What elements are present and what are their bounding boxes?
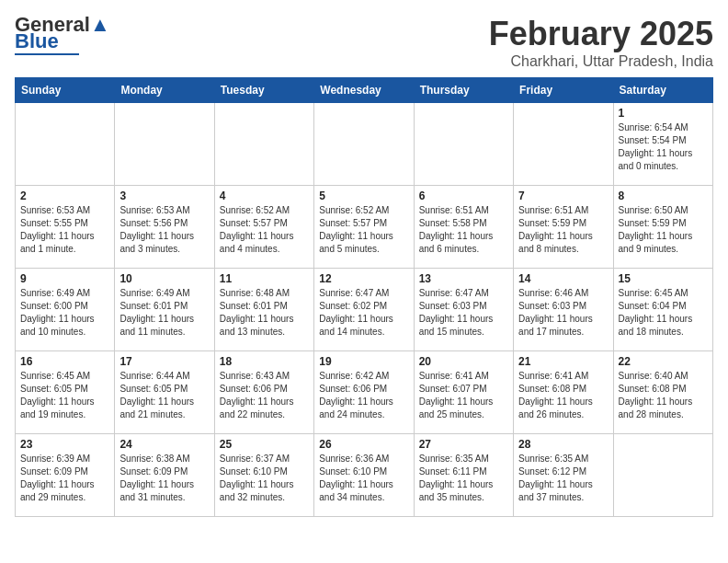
calendar-cell: 2Sunrise: 6:53 AMSunset: 5:55 PMDaylight… — [16, 186, 115, 269]
calendar-cell: 3Sunrise: 6:53 AMSunset: 5:56 PMDaylight… — [115, 186, 214, 269]
week-row-2: 2Sunrise: 6:53 AMSunset: 5:55 PMDaylight… — [16, 186, 713, 269]
week-row-4: 16Sunrise: 6:45 AMSunset: 6:05 PMDayligh… — [16, 351, 713, 434]
calendar-cell — [214, 103, 313, 186]
day-info: Sunrise: 6:49 AMSunset: 6:00 PMDaylight:… — [20, 287, 109, 339]
page-header: General▲ Blue February 2025 Charkhari, U… — [15, 15, 713, 70]
calendar-cell: 8Sunrise: 6:50 AMSunset: 5:59 PMDaylight… — [613, 186, 712, 269]
day-number: 12 — [319, 272, 408, 285]
day-info: Sunrise: 6:45 AMSunset: 6:04 PMDaylight:… — [619, 287, 708, 339]
calendar-cell: 11Sunrise: 6:48 AMSunset: 6:01 PMDayligh… — [214, 269, 313, 351]
day-info: Sunrise: 6:39 AMSunset: 6:09 PMDaylight:… — [20, 453, 109, 504]
day-info: Sunrise: 6:35 AMSunset: 6:11 PMDaylight:… — [419, 453, 508, 504]
day-number: 24 — [119, 438, 209, 451]
weekday-header-saturday: Saturday — [613, 78, 712, 103]
week-row-5: 23Sunrise: 6:39 AMSunset: 6:09 PMDayligh… — [16, 434, 713, 517]
day-number: 26 — [319, 438, 408, 451]
calendar-cell — [414, 103, 513, 186]
day-number: 22 — [619, 355, 708, 368]
day-number: 17 — [119, 355, 209, 368]
day-info: Sunrise: 6:41 AMSunset: 6:08 PMDaylight:… — [518, 370, 608, 421]
day-info: Sunrise: 6:54 AMSunset: 5:54 PMDaylight:… — [619, 121, 708, 173]
day-number: 20 — [419, 355, 508, 368]
calendar-cell: 20Sunrise: 6:41 AMSunset: 6:07 PMDayligh… — [414, 351, 513, 434]
day-number: 4 — [220, 190, 309, 202]
calendar-cell: 23Sunrise: 6:39 AMSunset: 6:09 PMDayligh… — [16, 434, 115, 517]
day-number: 19 — [319, 355, 408, 368]
weekday-header-wednesday: Wednesday — [314, 78, 414, 103]
calendar-cell: 1Sunrise: 6:54 AMSunset: 5:54 PMDaylight… — [613, 103, 712, 186]
title-area: February 2025 Charkhari, Uttar Pradesh, … — [489, 15, 713, 70]
day-info: Sunrise: 6:46 AMSunset: 6:03 PMDaylight:… — [518, 287, 608, 339]
calendar-cell: 24Sunrise: 6:38 AMSunset: 6:09 PMDayligh… — [115, 434, 214, 517]
day-info: Sunrise: 6:44 AMSunset: 6:05 PMDaylight:… — [119, 370, 209, 421]
calendar-cell: 16Sunrise: 6:45 AMSunset: 6:05 PMDayligh… — [16, 351, 115, 434]
calendar-cell: 10Sunrise: 6:49 AMSunset: 6:01 PMDayligh… — [115, 269, 214, 351]
weekday-header-row: SundayMondayTuesdayWednesdayThursdayFrid… — [16, 78, 713, 103]
calendar-cell — [115, 103, 214, 186]
day-number: 2 — [20, 190, 109, 202]
day-number: 23 — [20, 438, 109, 451]
day-number: 9 — [20, 272, 109, 285]
day-number: 10 — [119, 272, 209, 285]
calendar-cell — [314, 103, 414, 186]
calendar-cell: 4Sunrise: 6:52 AMSunset: 5:57 PMDaylight… — [214, 186, 313, 269]
logo: General▲ Blue — [15, 15, 110, 55]
day-number: 5 — [319, 190, 408, 202]
calendar-cell: 6Sunrise: 6:51 AMSunset: 5:58 PMDaylight… — [414, 186, 513, 269]
calendar-cell: 18Sunrise: 6:43 AMSunset: 6:06 PMDayligh… — [214, 351, 313, 434]
location: Charkhari, Uttar Pradesh, India — [489, 53, 713, 70]
calendar-cell: 17Sunrise: 6:44 AMSunset: 6:05 PMDayligh… — [115, 351, 214, 434]
day-number: 28 — [518, 438, 608, 451]
day-info: Sunrise: 6:49 AMSunset: 6:01 PMDaylight:… — [119, 287, 209, 339]
logo-blue-text: Blue — [15, 31, 59, 52]
weekday-header-tuesday: Tuesday — [214, 78, 313, 103]
calendar-cell: 25Sunrise: 6:37 AMSunset: 6:10 PMDayligh… — [214, 434, 313, 517]
day-info: Sunrise: 6:38 AMSunset: 6:09 PMDaylight:… — [119, 453, 209, 504]
day-number: 11 — [220, 272, 309, 285]
calendar-cell: 9Sunrise: 6:49 AMSunset: 6:00 PMDaylight… — [16, 269, 115, 351]
day-info: Sunrise: 6:43 AMSunset: 6:06 PMDaylight:… — [220, 370, 309, 421]
day-info: Sunrise: 6:47 AMSunset: 6:02 PMDaylight:… — [319, 287, 408, 339]
day-number: 7 — [518, 190, 608, 202]
day-info: Sunrise: 6:51 AMSunset: 5:58 PMDaylight:… — [419, 204, 508, 256]
day-info: Sunrise: 6:53 AMSunset: 5:55 PMDaylight:… — [20, 204, 109, 256]
calendar-cell: 19Sunrise: 6:42 AMSunset: 6:06 PMDayligh… — [314, 351, 414, 434]
calendar-cell: 22Sunrise: 6:40 AMSunset: 6:08 PMDayligh… — [613, 351, 712, 434]
day-info: Sunrise: 6:53 AMSunset: 5:56 PMDaylight:… — [119, 204, 209, 256]
day-info: Sunrise: 6:48 AMSunset: 6:01 PMDaylight:… — [220, 287, 309, 339]
weekday-header-thursday: Thursday — [414, 78, 513, 103]
day-number: 6 — [419, 190, 508, 202]
day-info: Sunrise: 6:52 AMSunset: 5:57 PMDaylight:… — [220, 204, 309, 256]
week-row-3: 9Sunrise: 6:49 AMSunset: 6:00 PMDaylight… — [16, 269, 713, 351]
day-number: 14 — [518, 272, 608, 285]
day-number: 25 — [220, 438, 309, 451]
calendar-cell: 28Sunrise: 6:35 AMSunset: 6:12 PMDayligh… — [514, 434, 613, 517]
day-info: Sunrise: 6:50 AMSunset: 5:59 PMDaylight:… — [619, 204, 708, 256]
day-info: Sunrise: 6:47 AMSunset: 6:03 PMDaylight:… — [419, 287, 508, 339]
day-number: 27 — [419, 438, 508, 451]
day-number: 13 — [419, 272, 508, 285]
calendar-cell: 5Sunrise: 6:52 AMSunset: 5:57 PMDaylight… — [314, 186, 414, 269]
week-row-1: 1Sunrise: 6:54 AMSunset: 5:54 PMDaylight… — [16, 103, 713, 186]
day-info: Sunrise: 6:41 AMSunset: 6:07 PMDaylight:… — [419, 370, 508, 421]
calendar-cell: 13Sunrise: 6:47 AMSunset: 6:03 PMDayligh… — [414, 269, 513, 351]
day-info: Sunrise: 6:40 AMSunset: 6:08 PMDaylight:… — [619, 370, 708, 421]
day-info: Sunrise: 6:51 AMSunset: 5:59 PMDaylight:… — [518, 204, 608, 256]
weekday-header-friday: Friday — [514, 78, 613, 103]
day-number: 15 — [619, 272, 708, 285]
weekday-header-monday: Monday — [115, 78, 214, 103]
day-number: 8 — [619, 190, 708, 202]
calendar-cell: 21Sunrise: 6:41 AMSunset: 6:08 PMDayligh… — [514, 351, 613, 434]
calendar-cell — [16, 103, 115, 186]
day-info: Sunrise: 6:45 AMSunset: 6:05 PMDaylight:… — [20, 370, 109, 421]
day-info: Sunrise: 6:37 AMSunset: 6:10 PMDaylight:… — [220, 453, 309, 504]
day-info: Sunrise: 6:35 AMSunset: 6:12 PMDaylight:… — [518, 453, 608, 504]
day-number: 3 — [119, 190, 209, 202]
day-number: 1 — [619, 107, 708, 120]
day-number: 16 — [20, 355, 109, 368]
calendar-table: SundayMondayTuesdayWednesdayThursdayFrid… — [15, 77, 713, 517]
calendar-cell — [613, 434, 712, 517]
day-info: Sunrise: 6:52 AMSunset: 5:57 PMDaylight:… — [319, 204, 408, 256]
calendar-cell: 7Sunrise: 6:51 AMSunset: 5:59 PMDaylight… — [514, 186, 613, 269]
calendar-cell: 15Sunrise: 6:45 AMSunset: 6:04 PMDayligh… — [613, 269, 712, 351]
